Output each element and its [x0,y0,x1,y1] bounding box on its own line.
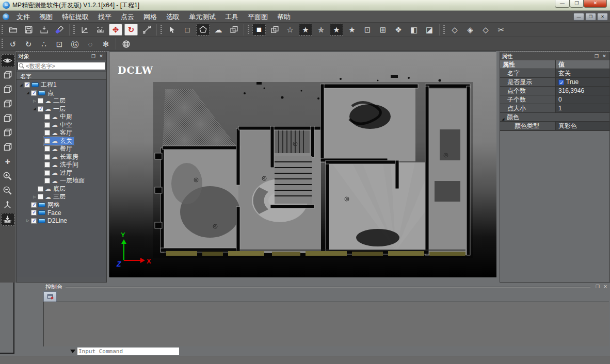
property-group-颜色[interactable]: ◢颜色 [500,113,609,122]
move-button[interactable]: ✥ [109,24,122,36]
visibility-checkbox[interactable] [24,82,30,88]
property-row-点个数[interactable]: 点个数316,3946 [500,87,609,95]
tree-expander-icon[interactable]: ◢ [25,91,30,95]
toolbar-drag-handle[interactable] [2,39,3,49]
toolbar-drag-handle[interactable] [73,25,75,35]
toolbar-drag-handle[interactable] [248,25,249,35]
toolbar-drag-handle[interactable] [160,25,162,35]
property-row-子个数[interactable]: 子个数0 [500,95,609,104]
boxed-points-button[interactable]: ⊡ [53,38,66,50]
view-cube-bottom-button[interactable] [1,141,14,154]
visibility-checkbox[interactable] [38,194,43,200]
polyline-button[interactable] [140,24,153,36]
properties-panel-float-button[interactable]: ❐ [593,53,600,60]
menu-选取[interactable]: 选取 [162,11,184,23]
view-cube-right-button[interactable] [1,112,14,125]
menu-工具[interactable]: 工具 [220,11,243,23]
visibility-checkbox[interactable] [44,122,50,128]
point-cloud-canvas[interactable]: .w{fill:#0b0b0b;stroke:#eee;stroke-width… [109,52,496,277]
save-button[interactable] [22,24,35,36]
mdi-close-button[interactable]: ✕ [597,13,608,21]
hide-selected-button[interactable] [268,24,281,36]
property-row-名字[interactable]: 名字玄关 [500,69,609,78]
tree-item-Face[interactable]: Face [17,209,106,217]
tree-item-二层[interactable]: ▷☁二层 [17,97,106,105]
visibility-checkbox[interactable] [44,114,50,120]
viewport-3d[interactable]: .w{fill:#0b0b0b;stroke:#eee;stroke-width… [109,52,496,277]
axis-view-button[interactable] [1,198,14,211]
true-checkbox[interactable] [558,79,564,85]
open-button[interactable] [6,24,20,36]
close-button[interactable]: ✕ [584,0,607,8]
console-tab[interactable] [43,291,57,302]
visibility-checkbox[interactable] [31,90,37,96]
mdi-minimize-button[interactable]: — [573,13,584,21]
tree-item-网格[interactable]: 网格 [17,201,106,209]
command-input[interactable] [77,348,179,355]
menu-平面图[interactable]: 平面图 [243,11,272,23]
console-float-button[interactable]: ❐ [594,284,601,290]
tree-item-中空[interactable]: ☁中空 [17,121,106,129]
add-button[interactable]: ✚ [1,155,14,168]
star-corners-button[interactable]: ✯ [314,24,328,36]
console-close-button[interactable]: ✕ [602,284,609,290]
star-keep-button[interactable]: ★ [299,24,312,36]
menu-帮助[interactable]: 帮助 [272,11,295,23]
objects-panel-float-button[interactable]: ❐ [90,53,97,60]
visibility-checkbox[interactable] [44,170,50,176]
bulb-box-filled-button[interactable]: ⊞ [376,24,390,36]
tree-item-中厨[interactable]: ☁中厨 [17,113,106,121]
tree-expander-icon[interactable]: ▷ [32,99,37,103]
visibility-checkbox[interactable] [38,98,43,104]
bulb-box-button[interactable]: ⊡ [361,24,374,36]
property-row-颜色类型[interactable]: 颜色类型真彩色 [500,122,609,130]
rotate-box-button[interactable]: ◇ [448,24,461,36]
view-cube-top-button[interactable] [1,126,14,139]
rotate-box-delete-button[interactable]: ◈ [463,24,477,36]
select-subtract-button[interactable] [227,24,240,36]
axis-pick-button[interactable] [78,24,91,36]
mdi-restore-button[interactable]: ❐ [585,13,596,21]
tree-item-客厅[interactable]: ☁客厅 [17,129,106,137]
select-polygon-button[interactable] [196,24,210,36]
menu-网格[interactable]: 网格 [139,11,162,23]
brush-button[interactable] [53,24,66,36]
refresh-button[interactable]: ↻ [124,24,138,36]
tree-item-玄关[interactable]: ☁玄关 [17,137,106,145]
property-row-是否显示[interactable]: 是否显示True [500,78,609,87]
tree-item-餐厅[interactable]: ☁餐厅 [17,145,106,153]
visibility-checkbox[interactable] [31,210,37,216]
zoom-in-button[interactable] [1,170,14,183]
tree-expander-icon[interactable]: ◢ [19,83,24,87]
visibility-checkbox[interactable] [44,138,50,144]
measure-button[interactable] [93,24,107,36]
search-input[interactable] [18,62,105,70]
restore-button[interactable]: ❐ [570,0,584,8]
visibility-checkbox[interactable] [31,218,37,224]
visibility-checkbox[interactable] [38,186,43,192]
tree-item-过厅[interactable]: ☁过厅 [17,169,106,177]
properties-panel-close-button[interactable]: ✕ [601,53,608,60]
toolbar-drag-handle[interactable] [2,25,3,35]
flatten-view-button[interactable] [1,213,14,226]
rotate-ccw-button[interactable]: ↺ [6,38,20,50]
tree-item-点[interactable]: ◢点 [17,89,106,97]
star-dashed-button[interactable]: ☆ [283,24,297,36]
console-output[interactable] [43,302,609,346]
zoom-out-button[interactable] [1,184,14,197]
select-cursor-button[interactable] [165,24,179,36]
import-button[interactable] [37,24,51,36]
property-row-点大小[interactable]: 点大小1 [500,104,609,113]
select-lasso-button[interactable]: ☁ [212,24,225,36]
visibility-checkbox[interactable] [44,162,50,168]
slash-square-button[interactable]: ◪ [423,24,436,36]
tree-expander-icon[interactable]: ▷ [25,219,30,223]
rotate-cw-lock-button[interactable]: ↻ [22,38,35,50]
scatter-points-button[interactable]: ∴ [37,38,51,50]
visibility-checkbox[interactable] [31,202,37,208]
cutter-button[interactable]: ✂ [494,24,508,36]
tree-expander-icon[interactable]: ◢ [32,107,37,111]
visibility-checkbox[interactable] [38,106,43,112]
command-dropdown-icon[interactable] [70,350,75,356]
visibility-checkbox[interactable] [44,154,50,160]
